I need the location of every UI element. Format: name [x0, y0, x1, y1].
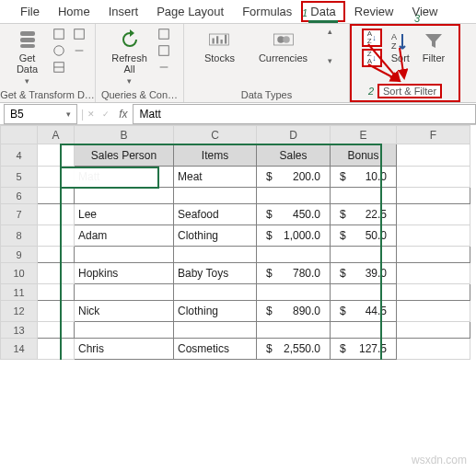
group-label-sort: Sort & Filter — [377, 84, 442, 98]
col-C[interactable]: C — [174, 126, 257, 144]
row-5[interactable]: 5 — [1, 167, 38, 188]
tab-insert[interactable]: Insert — [99, 1, 148, 22]
cell[interactable]: Clothing — [174, 301, 257, 322]
edit-links-icon[interactable] — [157, 60, 171, 75]
tab-file[interactable]: File — [11, 1, 49, 22]
cell[interactable]: $450.0 — [257, 204, 331, 225]
from-text-icon[interactable] — [52, 27, 66, 41]
row-8[interactable]: 8 — [1, 225, 38, 247]
cell[interactable]: $50.0 — [331, 225, 397, 247]
header-sales-person[interactable]: Sales Person — [75, 144, 174, 167]
group-queries: Refresh All ▾ Queries & Con… — [96, 24, 184, 102]
cell[interactable]: Clothing — [174, 225, 257, 247]
cell[interactable]: $200.0 — [257, 167, 331, 188]
row-9[interactable]: 9 — [1, 247, 38, 263]
get-data-button[interactable]: Get Data ▾ — [9, 27, 46, 87]
cell[interactable]: $10.0 — [331, 167, 397, 188]
cell[interactable]: $127.5 — [331, 339, 397, 360]
tab-review[interactable]: Review — [345, 1, 403, 22]
currencies-button[interactable]: Currencies — [255, 27, 311, 65]
existing-conn-icon[interactable] — [72, 43, 87, 58]
name-box[interactable]: B5 ▾ — [4, 104, 77, 124]
datatypes-up-icon[interactable]: ▴ — [328, 27, 332, 36]
cell[interactable]: $44.5 — [331, 301, 397, 322]
row-7[interactable]: 7 — [1, 204, 38, 225]
enter-icon[interactable]: ✓ — [102, 109, 110, 119]
cell[interactable]: Lee — [75, 204, 174, 225]
col-F[interactable]: F — [397, 126, 470, 144]
svg-rect-11 — [213, 39, 215, 44]
watermark: wsxdn.com — [412, 454, 467, 466]
col-A[interactable]: A — [38, 126, 75, 144]
row-13[interactable]: 13 — [1, 322, 38, 339]
row-14[interactable]: 14 — [1, 339, 38, 360]
tab-data[interactable]: Data — [301, 1, 344, 22]
cell[interactable]: Matt — [75, 167, 174, 188]
tab-formulas[interactable]: Formulas — [233, 1, 301, 22]
sort-az-button[interactable]: AZ↓ — [362, 29, 382, 47]
col-D[interactable]: D — [257, 126, 331, 144]
grid[interactable]: A B C D E F 4 Sales Person Items Sales B… — [0, 125, 470, 360]
cell[interactable]: Cosmetics — [174, 339, 257, 360]
fx-icon[interactable]: fx — [119, 108, 127, 121]
cancel-icon[interactable]: ✕ — [87, 109, 95, 119]
col-B[interactable]: B — [75, 126, 174, 144]
svg-rect-1 — [20, 38, 35, 42]
header-bonus[interactable]: Bonus — [331, 144, 397, 167]
cell[interactable]: Adam — [75, 225, 174, 247]
filter-button[interactable]: Filter — [419, 29, 448, 65]
stocks-button[interactable]: Stocks — [201, 27, 238, 65]
cell[interactable]: $890.0 — [257, 301, 331, 322]
properties-icon[interactable] — [157, 43, 171, 58]
cell[interactable]: $39.0 — [331, 263, 397, 284]
group-label-queries: Queries & Con… — [101, 87, 178, 100]
select-all[interactable] — [1, 126, 38, 144]
queries-icon[interactable] — [157, 27, 171, 41]
svg-rect-8 — [159, 29, 169, 40]
refresh-all-button[interactable]: Refresh All ▾ — [108, 27, 151, 87]
header-sales[interactable]: Sales — [257, 144, 331, 167]
cell[interactable]: Meat — [174, 167, 257, 188]
annotation-3: 3 — [414, 13, 420, 24]
cell[interactable]: $780.0 — [257, 263, 331, 284]
cell[interactable]: Baby Toys — [174, 263, 257, 284]
sort-za-button[interactable]: ZA↓ — [362, 49, 382, 67]
svg-rect-13 — [221, 40, 223, 44]
tab-page-layout[interactable]: Page Layout — [147, 1, 233, 22]
row-12[interactable]: 12 — [1, 301, 38, 322]
svg-rect-12 — [216, 36, 218, 43]
chevron-down-icon[interactable]: ▾ — [66, 109, 71, 119]
row-6[interactable]: 6 — [1, 188, 38, 204]
group-label-types: Data Types — [241, 87, 292, 100]
cell[interactable]: $22.5 — [331, 204, 397, 225]
tab-view[interactable]: View — [402, 1, 447, 22]
group-label-get: Get & Transform D… — [0, 87, 95, 100]
row-11[interactable]: 11 — [1, 284, 38, 301]
from-web-icon[interactable] — [52, 43, 66, 58]
recent-sources-icon[interactable] — [72, 27, 87, 41]
svg-rect-3 — [53, 29, 64, 40]
cell[interactable]: Hopkins — [75, 263, 174, 284]
filter-label: Filter — [423, 52, 445, 63]
row-4[interactable]: 4 — [1, 144, 38, 167]
cell[interactable]: Nick — [75, 301, 174, 322]
cell[interactable]: Chris — [75, 339, 174, 360]
formula-bar[interactable]: Matt — [133, 104, 476, 124]
svg-text:Z: Z — [391, 41, 397, 51]
sort-dialog-button[interactable]: AZ Sort — [386, 29, 415, 65]
datatypes-down-icon[interactable]: ▾ — [328, 56, 332, 65]
header-items[interactable]: Items — [174, 144, 257, 167]
sort-label: Sort — [391, 52, 410, 63]
cell[interactable]: Seafood — [174, 204, 257, 225]
svg-text:A: A — [391, 32, 397, 41]
name-box-value: B5 — [10, 108, 24, 121]
cell[interactable]: $2,550.0 — [257, 339, 331, 360]
svg-point-17 — [283, 36, 290, 43]
cell[interactable]: $1,000.0 — [257, 225, 331, 247]
row-10[interactable]: 10 — [1, 263, 38, 284]
tab-home[interactable]: Home — [49, 1, 99, 22]
currencies-icon — [273, 29, 295, 51]
col-E[interactable]: E — [331, 126, 397, 144]
get-data-icon — [17, 29, 39, 51]
from-table-icon[interactable] — [52, 60, 66, 75]
